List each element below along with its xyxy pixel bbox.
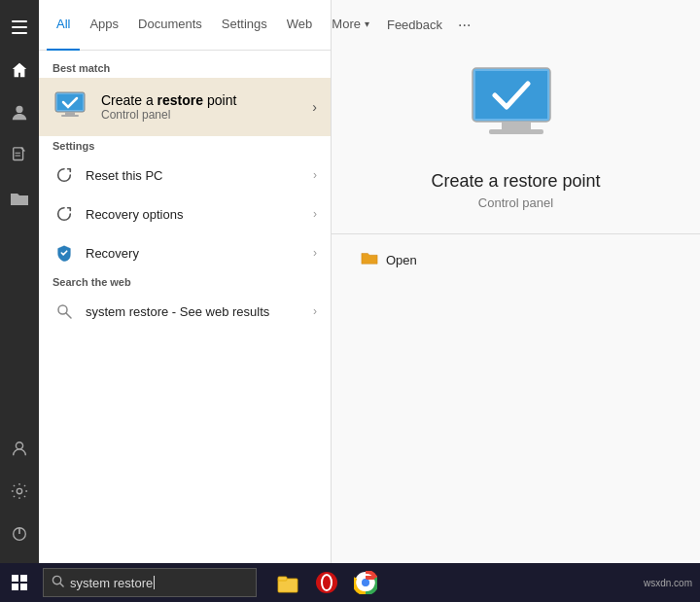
preview-divider <box>332 233 700 234</box>
svg-rect-18 <box>475 71 547 119</box>
svg-rect-0 <box>12 20 27 22</box>
recovery-options-icon <box>52 202 76 226</box>
recovery-label: Recovery <box>86 246 313 261</box>
chrome-taskbar-icon[interactable] <box>350 567 381 598</box>
taskbar-search-box[interactable]: system restore <box>43 568 257 597</box>
preview-panel: Create a restore point Control panel Ope… <box>331 0 700 563</box>
open-folder-icon <box>361 250 378 269</box>
reset-pc-label: Reset this PC <box>86 168 313 183</box>
preview-open-button[interactable]: Open <box>332 250 417 269</box>
svg-rect-22 <box>20 575 27 582</box>
tab-apps[interactable]: Apps <box>80 0 128 51</box>
results-list: Best match Create a restore point Contro… <box>39 51 331 563</box>
tab-web[interactable]: Web <box>277 0 323 51</box>
preview-subtitle: Control panel <box>478 195 553 210</box>
person-icon[interactable] <box>0 93 39 132</box>
best-match-subtitle: Control panel <box>101 108 312 122</box>
tab-more[interactable]: More ▾ <box>322 0 379 51</box>
svg-point-7 <box>16 443 22 449</box>
more-label: More <box>332 17 361 31</box>
tabs-bar: All Apps Documents Settings Web More ▾ F… <box>39 0 331 51</box>
tab-all[interactable]: All <box>47 0 80 51</box>
web-result-item[interactable]: system restore - See web results › <box>39 292 331 331</box>
hamburger-menu-icon[interactable] <box>0 8 39 47</box>
web-result-query: system restore <box>86 304 168 319</box>
svg-rect-4 <box>14 148 23 160</box>
svg-rect-12 <box>57 94 83 110</box>
chevron-down-icon: ▾ <box>365 18 369 29</box>
document-icon[interactable] <box>0 136 39 175</box>
search-web-label: Search the web <box>39 272 331 292</box>
svg-rect-20 <box>489 129 543 134</box>
svg-point-33 <box>363 580 369 586</box>
tab-settings[interactable]: Settings <box>212 0 277 51</box>
reset-pc-icon <box>52 163 76 187</box>
search-panel: All Apps Documents Settings Web More ▾ F… <box>39 0 331 563</box>
reset-pc-item[interactable]: Reset this PC › <box>39 156 331 195</box>
restore-point-icon-small <box>52 88 91 126</box>
reset-pc-chevron-icon: › <box>313 168 317 182</box>
recovery-options-item[interactable]: Recovery options › <box>39 195 331 233</box>
tab-documents[interactable]: Documents <box>128 0 212 51</box>
taskbar-icons <box>272 567 381 598</box>
settings-section-label: Settings <box>39 136 331 156</box>
start-button[interactable] <box>0 563 39 602</box>
settings-icon[interactable] <box>0 472 39 511</box>
power-icon[interactable] <box>0 514 39 553</box>
svg-rect-2 <box>12 32 27 34</box>
taskbar: system restore <box>0 563 700 602</box>
restore-point-icon-large <box>468 66 565 149</box>
svg-rect-13 <box>65 112 75 115</box>
best-match-label: Best match <box>39 58 331 78</box>
svg-rect-19 <box>502 122 531 129</box>
recovery-options-chevron-icon: › <box>313 207 317 221</box>
left-sidebar <box>0 0 39 563</box>
opera-taskbar-icon[interactable] <box>311 567 342 598</box>
web-result-chevron-icon: › <box>313 304 317 318</box>
svg-line-16 <box>66 313 71 318</box>
best-match-text-area: Create a restore point Control panel <box>101 92 312 122</box>
preview-icon-area <box>458 58 575 156</box>
best-match-title: Create a restore point <box>101 92 312 108</box>
recovery-options-label: Recovery options <box>86 207 313 222</box>
svg-rect-3 <box>16 106 22 113</box>
web-result-label: system restore - See web results <box>86 304 313 319</box>
best-match-item[interactable]: Create a restore point Control panel › <box>39 78 331 136</box>
svg-line-26 <box>60 584 63 586</box>
folder-icon[interactable] <box>0 179 39 218</box>
svg-rect-23 <box>12 584 18 590</box>
taskbar-search-text: system restore <box>70 576 153 590</box>
recovery-item[interactable]: Recovery › <box>39 233 331 272</box>
user-icon[interactable] <box>0 429 39 468</box>
home-icon[interactable] <box>0 51 39 89</box>
svg-rect-14 <box>61 115 79 117</box>
svg-point-8 <box>17 488 21 493</box>
recovery-icon <box>52 241 76 265</box>
system-tray: wsxdn.com <box>644 578 700 588</box>
web-search-icon <box>52 300 76 323</box>
svg-rect-1 <box>12 26 27 28</box>
svg-rect-21 <box>12 575 18 582</box>
svg-rect-28 <box>278 577 287 581</box>
recovery-chevron-icon: › <box>313 246 317 260</box>
taskbar-search-icon <box>52 575 64 590</box>
more-options-button[interactable]: ··· <box>450 11 478 40</box>
best-match-chevron-icon: › <box>312 99 317 115</box>
svg-rect-24 <box>20 584 27 590</box>
feedback-button[interactable]: Feedback <box>379 12 450 38</box>
file-explorer-taskbar-icon[interactable] <box>272 567 303 598</box>
web-result-suffix: - See web results <box>168 304 269 319</box>
tray-text: wsxdn.com <box>644 578 692 588</box>
preview-title: Create a restore point <box>431 171 600 192</box>
open-label: Open <box>386 253 417 267</box>
